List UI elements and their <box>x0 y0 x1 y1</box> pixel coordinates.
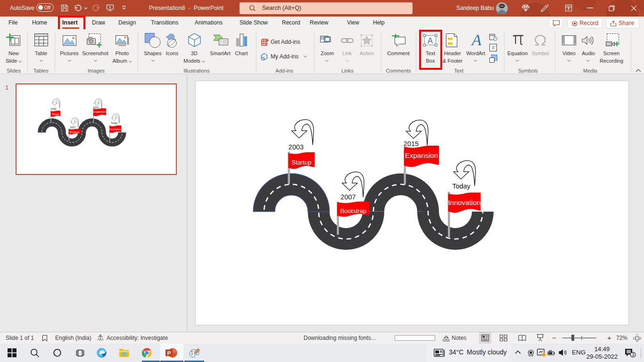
svg-text:3: 3 <box>632 352 635 357</box>
svg-text:A: A <box>471 32 482 48</box>
svg-text:P: P <box>167 350 171 356</box>
svg-text:#: # <box>492 45 495 50</box>
